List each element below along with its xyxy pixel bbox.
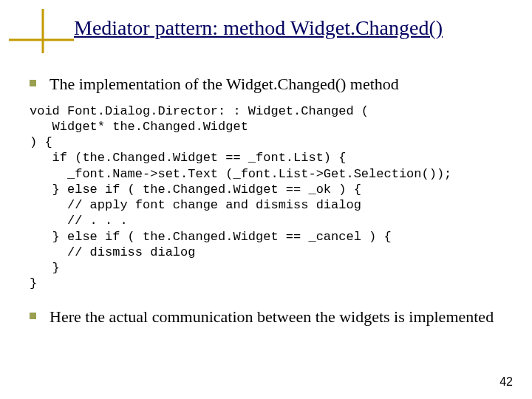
code-line: ) {: [30, 135, 52, 149]
code-line: }: [30, 276, 37, 290]
code-block: void Font.Dialog.Director: : Widget.Chan…: [30, 103, 506, 292]
slide-title-text: Mediator pattern: method Widget.Changed(…: [74, 16, 443, 39]
code-line: } else if ( the.Changed.Widget == _cance…: [30, 230, 392, 244]
code-line: // . . .: [30, 214, 128, 228]
code-line: if (the.Changed.Widget == _font.List) {: [30, 151, 346, 165]
bullet-text: The implementation of the Widget.Changed…: [50, 74, 506, 95]
bullet-item: The implementation of the Widget.Changed…: [30, 74, 506, 95]
code-line: }: [30, 261, 60, 275]
code-line: // apply font change and dismiss dialog: [30, 198, 361, 212]
bullet-icon: [30, 313, 36, 319]
page-number: 42: [499, 375, 513, 389]
code-line: // dismiss dialog: [30, 245, 195, 259]
bullet-text: Here the actual communication between th…: [50, 307, 506, 327]
slide: Mediator pattern: method Widget.Changed(…: [0, 0, 532, 399]
code-line: Widget* the.Changed.Widget: [30, 120, 248, 134]
corner-decoration: [9, 9, 74, 53]
slide-title: Mediator pattern: method Widget.Changed(…: [74, 16, 510, 40]
code-line: _font.Name->set.Text (_font.List->Get.Se…: [30, 167, 451, 181]
slide-body: The implementation of the Widget.Changed…: [30, 59, 506, 335]
code-line: } else if ( the.Changed.Widget == _ok ) …: [30, 183, 361, 197]
code-line: void Font.Dialog.Director: : Widget.Chan…: [30, 104, 369, 118]
bullet-icon: [30, 80, 36, 86]
bullet-item: Here the actual communication between th…: [30, 307, 506, 327]
